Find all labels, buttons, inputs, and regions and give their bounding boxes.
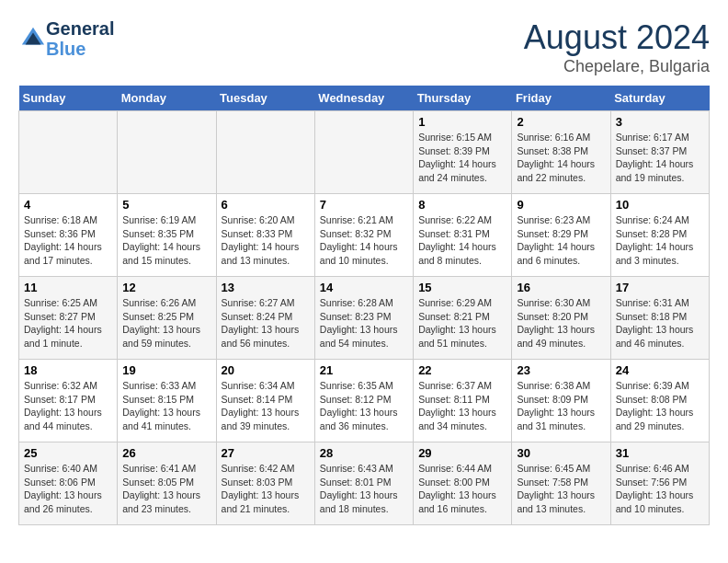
cell-day-number: 28	[320, 446, 408, 460]
logo-line2: Blue	[46, 39, 114, 59]
cell-day-number: 13	[222, 281, 310, 294]
calendar-cell: 10Sunrise: 6:24 AM Sunset: 8:28 PM Dayli…	[610, 194, 709, 277]
cell-info: Sunrise: 6:42 AM Sunset: 8:03 PM Dayligh…	[222, 462, 310, 516]
cell-info: Sunrise: 6:18 AM Sunset: 8:36 PM Dayligh…	[24, 213, 112, 268]
cell-day-number: 29	[418, 446, 506, 460]
calendar-cell: 2Sunrise: 6:16 AM Sunset: 8:38 PM Daylig…	[512, 111, 610, 194]
calendar-cell: 26Sunrise: 6:41 AM Sunset: 8:05 PM Dayli…	[118, 442, 216, 525]
cell-day-number: 18	[24, 363, 112, 377]
day-header-wednesday: Wednesday	[314, 86, 413, 111]
main-title: August 2024	[524, 18, 710, 57]
cell-info: Sunrise: 6:28 AM Sunset: 8:23 PM Dayligh…	[320, 296, 408, 350]
calendar-cell: 29Sunrise: 6:44 AM Sunset: 8:00 PM Dayli…	[414, 442, 512, 525]
cell-info: Sunrise: 6:21 AM Sunset: 8:32 PM Dayligh…	[320, 213, 408, 268]
cell-info: Sunrise: 6:44 AM Sunset: 8:00 PM Dayligh…	[418, 462, 506, 516]
cell-day-number: 6	[222, 198, 310, 212]
calendar-week-1: 1Sunrise: 6:15 AM Sunset: 8:39 PM Daylig…	[19, 111, 710, 194]
calendar-cell: 12Sunrise: 6:26 AM Sunset: 8:25 PM Dayli…	[118, 277, 216, 360]
day-header-sunday: Sunday	[19, 86, 118, 111]
cell-info: Sunrise: 6:17 AM Sunset: 8:37 PM Dayligh…	[616, 131, 704, 185]
cell-day-number: 9	[517, 198, 605, 212]
calendar-cell: 15Sunrise: 6:29 AM Sunset: 8:21 PM Dayli…	[414, 277, 512, 360]
day-header-friday: Friday	[512, 86, 610, 111]
cell-day-number: 10	[616, 198, 704, 212]
title-block: August 2024 Chepelare, Bulgaria	[524, 18, 710, 76]
calendar-cell	[19, 111, 118, 194]
subtitle: Chepelare, Bulgaria	[524, 57, 710, 76]
cell-info: Sunrise: 6:43 AM Sunset: 8:01 PM Dayligh…	[320, 462, 408, 516]
cell-day-number: 14	[320, 281, 408, 294]
calendar-cell: 30Sunrise: 6:45 AM Sunset: 7:58 PM Dayli…	[512, 442, 610, 525]
calendar-week-2: 4Sunrise: 6:18 AM Sunset: 8:36 PM Daylig…	[19, 194, 710, 277]
cell-day-number: 11	[24, 281, 112, 294]
cell-info: Sunrise: 6:19 AM Sunset: 8:35 PM Dayligh…	[122, 213, 210, 268]
cell-info: Sunrise: 6:37 AM Sunset: 8:11 PM Dayligh…	[418, 379, 506, 433]
calendar-cell: 16Sunrise: 6:30 AM Sunset: 8:20 PM Dayli…	[512, 277, 610, 360]
cell-info: Sunrise: 6:22 AM Sunset: 8:31 PM Dayligh…	[418, 213, 506, 268]
cell-info: Sunrise: 6:16 AM Sunset: 8:38 PM Dayligh…	[517, 131, 605, 185]
calendar-cell: 13Sunrise: 6:27 AM Sunset: 8:24 PM Dayli…	[216, 277, 314, 360]
logo-line1: General	[46, 18, 114, 39]
cell-info: Sunrise: 6:39 AM Sunset: 8:08 PM Dayligh…	[616, 379, 704, 433]
calendar-cell: 25Sunrise: 6:40 AM Sunset: 8:06 PM Dayli…	[19, 442, 118, 525]
calendar-week-4: 18Sunrise: 6:32 AM Sunset: 8:17 PM Dayli…	[19, 360, 710, 442]
cell-day-number: 30	[517, 446, 605, 460]
cell-day-number: 7	[320, 198, 408, 212]
page-header: General Blue August 2024 Chepelare, Bulg…	[18, 18, 710, 76]
cell-day-number: 24	[616, 363, 704, 377]
cell-day-number: 2	[517, 115, 605, 129]
cell-info: Sunrise: 6:24 AM Sunset: 8:28 PM Dayligh…	[616, 213, 704, 268]
cell-day-number: 21	[320, 363, 408, 377]
calendar-cell: 8Sunrise: 6:22 AM Sunset: 8:31 PM Daylig…	[414, 194, 512, 277]
calendar-cell: 1Sunrise: 6:15 AM Sunset: 8:39 PM Daylig…	[414, 111, 512, 194]
calendar-header-row: SundayMondayTuesdayWednesdayThursdayFrid…	[19, 86, 710, 111]
calendar-cell: 20Sunrise: 6:34 AM Sunset: 8:14 PM Dayli…	[216, 360, 314, 442]
cell-day-number: 31	[616, 446, 704, 460]
cell-day-number: 15	[418, 281, 506, 294]
calendar-cell: 23Sunrise: 6:38 AM Sunset: 8:09 PM Dayli…	[512, 360, 610, 442]
cell-day-number: 22	[418, 363, 506, 377]
day-header-tuesday: Tuesday	[216, 86, 314, 111]
calendar-cell	[216, 111, 314, 194]
calendar-cell: 17Sunrise: 6:31 AM Sunset: 8:18 PM Dayli…	[610, 277, 709, 360]
cell-info: Sunrise: 6:38 AM Sunset: 8:09 PM Dayligh…	[517, 379, 605, 433]
cell-day-number: 25	[24, 446, 112, 460]
cell-info: Sunrise: 6:34 AM Sunset: 8:14 PM Dayligh…	[222, 379, 310, 433]
calendar-table: SundayMondayTuesdayWednesdayThursdayFrid…	[18, 86, 710, 525]
cell-day-number: 3	[616, 115, 704, 129]
cell-info: Sunrise: 6:40 AM Sunset: 8:06 PM Dayligh…	[24, 462, 112, 516]
cell-info: Sunrise: 6:23 AM Sunset: 8:29 PM Dayligh…	[517, 213, 605, 268]
calendar-cell: 18Sunrise: 6:32 AM Sunset: 8:17 PM Dayli…	[19, 360, 118, 442]
calendar-cell: 21Sunrise: 6:35 AM Sunset: 8:12 PM Dayli…	[314, 360, 413, 442]
calendar-cell: 6Sunrise: 6:20 AM Sunset: 8:33 PM Daylig…	[216, 194, 314, 277]
cell-day-number: 16	[517, 281, 605, 294]
cell-info: Sunrise: 6:27 AM Sunset: 8:24 PM Dayligh…	[222, 296, 310, 350]
cell-day-number: 19	[122, 363, 210, 377]
cell-day-number: 12	[122, 281, 210, 294]
cell-day-number: 4	[24, 198, 112, 212]
calendar-cell: 7Sunrise: 6:21 AM Sunset: 8:32 PM Daylig…	[314, 194, 413, 277]
cell-day-number: 20	[222, 363, 310, 377]
calendar-cell: 28Sunrise: 6:43 AM Sunset: 8:01 PM Dayli…	[314, 442, 413, 525]
calendar-cell: 9Sunrise: 6:23 AM Sunset: 8:29 PM Daylig…	[512, 194, 610, 277]
cell-day-number: 1	[418, 115, 506, 129]
cell-info: Sunrise: 6:29 AM Sunset: 8:21 PM Dayligh…	[418, 296, 506, 350]
calendar-cell: 3Sunrise: 6:17 AM Sunset: 8:37 PM Daylig…	[610, 111, 709, 194]
cell-info: Sunrise: 6:31 AM Sunset: 8:18 PM Dayligh…	[616, 296, 704, 350]
cell-day-number: 5	[122, 198, 210, 212]
calendar-week-5: 25Sunrise: 6:40 AM Sunset: 8:06 PM Dayli…	[19, 442, 710, 525]
cell-day-number: 8	[418, 198, 506, 212]
cell-info: Sunrise: 6:35 AM Sunset: 8:12 PM Dayligh…	[320, 379, 408, 433]
cell-day-number: 17	[616, 281, 704, 294]
cell-info: Sunrise: 6:33 AM Sunset: 8:15 PM Dayligh…	[122, 379, 210, 433]
calendar-cell: 11Sunrise: 6:25 AM Sunset: 8:27 PM Dayli…	[19, 277, 118, 360]
calendar-cell: 5Sunrise: 6:19 AM Sunset: 8:35 PM Daylig…	[118, 194, 216, 277]
day-header-saturday: Saturday	[610, 86, 709, 111]
cell-info: Sunrise: 6:32 AM Sunset: 8:17 PM Dayligh…	[24, 379, 112, 433]
calendar-cell: 27Sunrise: 6:42 AM Sunset: 8:03 PM Dayli…	[216, 442, 314, 525]
calendar-cell: 31Sunrise: 6:46 AM Sunset: 7:56 PM Dayli…	[610, 442, 709, 525]
calendar-cell: 4Sunrise: 6:18 AM Sunset: 8:36 PM Daylig…	[19, 194, 118, 277]
calendar-week-3: 11Sunrise: 6:25 AM Sunset: 8:27 PM Dayli…	[19, 277, 710, 360]
calendar-cell: 22Sunrise: 6:37 AM Sunset: 8:11 PM Dayli…	[414, 360, 512, 442]
cell-info: Sunrise: 6:25 AM Sunset: 8:27 PM Dayligh…	[24, 296, 112, 350]
